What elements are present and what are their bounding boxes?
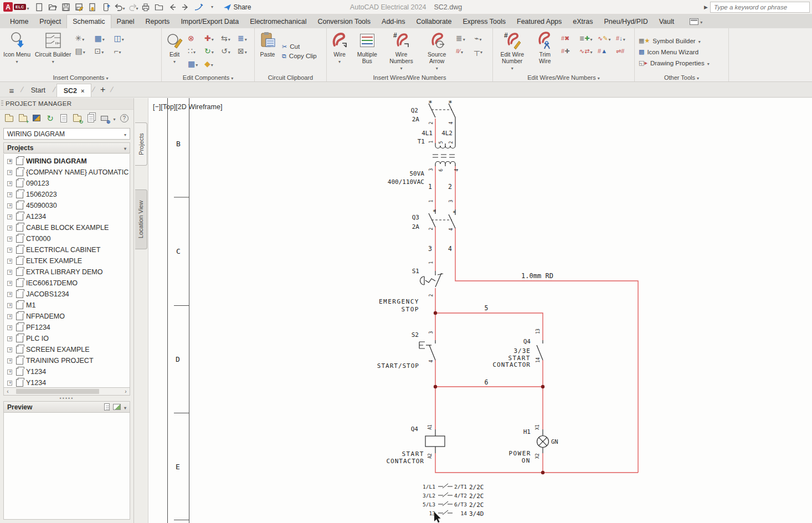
source-arrow-button[interactable]: Source Arrow (420, 30, 453, 73)
expand-icon[interactable] (7, 259, 12, 264)
expand-icon[interactable] (7, 336, 12, 341)
edit-button[interactable]: Edit (164, 30, 185, 73)
expand-icon[interactable] (7, 214, 12, 219)
expand-icon[interactable] (7, 314, 12, 319)
other-tools-panel-label[interactable]: Other Tools (635, 74, 728, 81)
delete-wire-number-icon[interactable]: #✖ (561, 32, 577, 44)
tree-item-090123[interactable]: 090123 (4, 178, 130, 189)
expand-icon[interactable] (7, 181, 12, 186)
stretch-wire-icon[interactable]: ∿⇄ (579, 45, 595, 57)
file-tab-sc2[interactable]: SC2× (56, 84, 92, 97)
revise-ladder-icon[interactable]: ≣✚ (579, 32, 595, 44)
signature-pen-icon[interactable] (193, 1, 205, 13)
open-file-icon[interactable] (47, 1, 59, 13)
expand-icon[interactable] (7, 292, 12, 297)
edit-wires-panel-label[interactable]: Edit Wires/Wire Numbers (493, 74, 634, 81)
ladder-border[interactable] (168, 98, 189, 523)
insert-components-panel-label[interactable]: Insert Components (0, 74, 161, 81)
qat-customize-icon[interactable] (207, 1, 218, 13)
insert-wire-dot-icon[interactable]: ⌐ (113, 45, 131, 57)
tab-project[interactable]: Project (34, 14, 66, 28)
update-retag-icon[interactable]: ↻ (73, 113, 83, 124)
folder-icon[interactable] (153, 1, 165, 13)
expand-icon[interactable] (7, 237, 12, 242)
tree-item-45090030[interactable]: 45090030 (4, 200, 130, 211)
close-tab-icon[interactable]: × (81, 88, 84, 94)
drawing-properties-button[interactable]: ◱▸Drawing Properties (637, 59, 711, 67)
swap-update-icon[interactable]: ↻ (204, 45, 219, 57)
edit-components-panel-label[interactable]: Edit Components (162, 74, 254, 81)
preview-collapse-icon[interactable] (124, 403, 126, 411)
forward-arrow-icon[interactable] (180, 1, 192, 13)
move-component-icon[interactable]: ✚ (204, 32, 219, 44)
preview-details-icon[interactable] (104, 403, 110, 411)
side-tab-projects[interactable]: Projects (135, 122, 147, 166)
flip-wire-number-icon[interactable]: #▲ (597, 45, 614, 57)
insert-terminal-icon[interactable]: ◫ (113, 32, 131, 44)
new-drawing-tab-button[interactable]: + (96, 85, 110, 95)
scroll-left-icon[interactable]: ‹ (4, 388, 12, 394)
insert-component-fan-icon[interactable]: ✳ (74, 32, 92, 44)
new-file-icon[interactable] (34, 1, 45, 13)
project-manager-title[interactable]: PROJECT MANAGER (0, 98, 133, 110)
save-icon[interactable] (60, 1, 72, 13)
expand-icon[interactable] (7, 358, 12, 363)
trim-wire-button[interactable]: Trim Wire (531, 30, 558, 73)
side-tab-location-view[interactable]: Location View (135, 189, 147, 249)
tree-item-wiring-diagram[interactable]: WIRING DIAGRAM (4, 156, 130, 167)
q4-coil-symbol[interactable] (425, 429, 445, 453)
fix-wire-number-icon[interactable]: #↓ (615, 32, 632, 44)
wire-button[interactable]: Wire (329, 30, 350, 73)
toggle-wire-number-icon[interactable]: ⇌# (615, 45, 632, 57)
file-tab-start[interactable]: Start (24, 84, 52, 97)
copy-clip-button[interactable]: ⧉Copy Clip (280, 52, 318, 60)
tree-item-screen-example[interactable]: SCREEN EXAMPLE (4, 344, 130, 355)
preview-section-header[interactable]: Preview (3, 401, 130, 413)
ribbon-collapse-button[interactable] (690, 14, 702, 28)
preview-image-icon[interactable] (113, 404, 121, 410)
expand-icon[interactable] (7, 281, 12, 286)
edit-wire-number-button[interactable]: # Edit Wire Number (495, 30, 529, 73)
help-icon[interactable]: ? (119, 113, 129, 124)
export-icon[interactable] (87, 1, 99, 13)
tree-item-nfpademo[interactable]: NFPADEMO (4, 311, 130, 322)
project-task-list-icon[interactable] (59, 113, 69, 124)
icon-menu-wizard-button[interactable]: ▩Icon Menu Wizard (637, 48, 711, 56)
search-expand-icon[interactable]: ▶ (704, 4, 708, 10)
project-selector-combo[interactable]: WIRING DIAGRAM (3, 128, 130, 140)
app-menu-button[interactable]: A ELC (3, 2, 29, 12)
multiple-bus-button[interactable]: Multiple Bus (352, 30, 382, 73)
tab-add-ins[interactable]: Add-ins (376, 14, 410, 28)
tree-item-y1234[interactable]: Y1234 (4, 366, 130, 377)
tree-item-ct0000[interactable]: CT0000 (4, 233, 130, 244)
refresh-icon[interactable]: ↻ (45, 113, 55, 124)
tab-collaborate[interactable]: Collaborate (410, 14, 457, 28)
circuit-builder-button[interactable]: Circuit Builder (34, 30, 72, 73)
circuit-clipboard-grid-icon[interactable]: ▦ (187, 58, 202, 70)
tree-horizontal-scrollbar[interactable]: ‹ › (3, 388, 130, 396)
viewport-controls[interactable]: [−][Top][2D Wireframe] (153, 103, 222, 111)
scoot-icon[interactable]: ⇆ (220, 32, 235, 44)
expand-icon[interactable] (7, 347, 12, 352)
ladder-insert-icon[interactable]: ≣ (455, 32, 472, 44)
tab-import-export-data[interactable]: Import/Export Data (175, 14, 244, 28)
copy-component-icon[interactable]: ∷ (187, 45, 202, 57)
tab-electromechanical[interactable]: Electromechanical (244, 14, 312, 28)
tree-item-a1234[interactable]: A1234 (4, 211, 130, 222)
tree-item-training-project[interactable]: TRAINING PROJECT (4, 355, 130, 366)
edit-wire-icon[interactable]: ∿✎ (597, 32, 614, 44)
tree-item-pf1234[interactable]: PF1234 (4, 322, 130, 333)
expand-icon[interactable] (7, 170, 12, 175)
expand-icon[interactable] (7, 381, 12, 386)
t1-transformer-symbol[interactable] (433, 143, 458, 166)
delete-component-icon[interactable]: ⊗ (187, 32, 202, 44)
insert-panel-component-icon[interactable]: ▦ (94, 32, 111, 44)
search-input[interactable] (710, 2, 810, 13)
save-as-icon[interactable] (74, 1, 85, 13)
projects-section-header[interactable]: Projects (3, 142, 130, 153)
tab-pneu-hyd-pid[interactable]: Pneu/Hyd/PID (598, 14, 653, 28)
tree-item-y1234-2[interactable]: Y1234 (4, 377, 130, 388)
tab-reports[interactable]: Reports (140, 14, 176, 28)
file-tab-menu-icon[interactable]: ≡ (3, 84, 20, 97)
attribute-move-icon[interactable]: ◆ (204, 58, 219, 70)
